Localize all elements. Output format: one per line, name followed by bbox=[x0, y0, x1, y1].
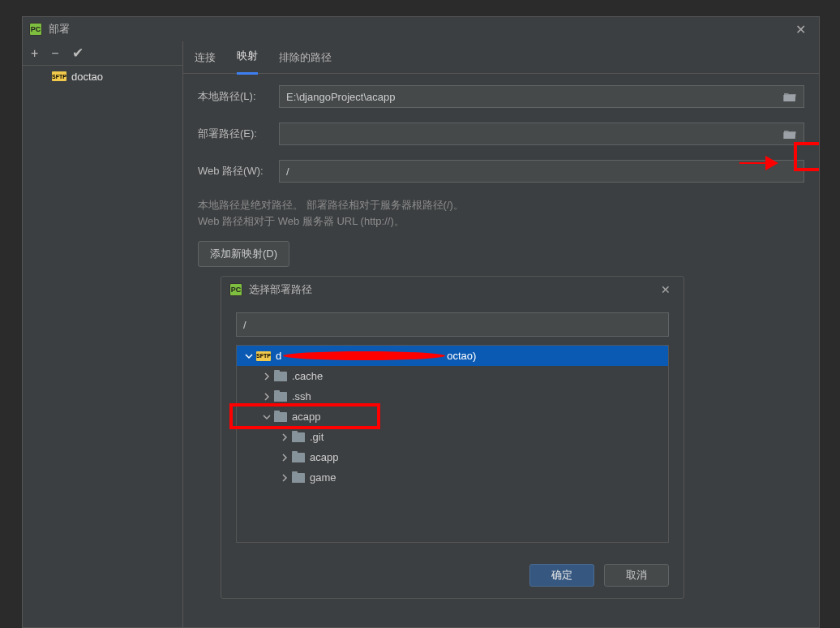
form-area: 本地路径(L): 部署路径(E): bbox=[183, 74, 819, 278]
dialog-close-icon[interactable]: ✕ bbox=[656, 282, 675, 298]
local-path-input-wrap bbox=[279, 85, 804, 108]
tab-excluded[interactable]: 排除的路径 bbox=[279, 41, 332, 74]
chevron-down-icon[interactable] bbox=[259, 413, 274, 421]
tree-item-label: acapp bbox=[310, 451, 338, 463]
tree-item-label: game bbox=[310, 471, 336, 484]
add-icon[interactable]: + bbox=[31, 46, 38, 61]
folder-icon bbox=[274, 392, 287, 402]
tree-item-suffix: octao) bbox=[447, 350, 476, 362]
sftp-icon: SFTP bbox=[256, 351, 271, 361]
tree-row-.cache[interactable]: .cache bbox=[237, 366, 668, 386]
chevron-right-icon[interactable] bbox=[277, 433, 292, 441]
deploy-path-input-wrap bbox=[279, 123, 804, 145]
chevron-right-icon[interactable] bbox=[259, 372, 274, 381]
tree-item-label: .git bbox=[310, 431, 324, 443]
tree-row-.git[interactable]: .git bbox=[237, 427, 668, 447]
browse-local-icon[interactable] bbox=[782, 91, 797, 102]
dialog-titlebar: PC 选择部署路径 ✕ bbox=[221, 277, 684, 303]
web-path-label: Web 路径(W): bbox=[198, 164, 279, 179]
sidebar: + − ✔ SFTP doctao bbox=[23, 41, 183, 627]
ok-button[interactable]: 确定 bbox=[529, 564, 594, 587]
sidebar-item-doctao[interactable]: SFTP doctao bbox=[23, 66, 182, 87]
local-path-label: 本地路径(L): bbox=[198, 89, 279, 104]
titlebar: PC 部署 ✕ bbox=[23, 17, 819, 41]
add-mapping-button[interactable]: 添加新映射(D) bbox=[198, 241, 289, 267]
dialog-path-input[interactable] bbox=[236, 312, 669, 337]
local-path-input[interactable] bbox=[286, 91, 782, 103]
browse-deploy-icon[interactable] bbox=[782, 128, 797, 140]
tree-item-label: .ssh bbox=[292, 390, 311, 402]
tree-item-label: d bbox=[276, 350, 281, 362]
chevron-down-icon[interactable] bbox=[242, 352, 256, 360]
folder-icon bbox=[274, 372, 287, 381]
sidebar-toolbar: + − ✔ bbox=[23, 41, 182, 66]
folder-icon bbox=[292, 432, 305, 442]
chevron-right-icon[interactable] bbox=[277, 454, 292, 462]
tree-row-game[interactable]: game bbox=[237, 467, 668, 488]
web-path-input-wrap bbox=[279, 160, 804, 183]
tabs: 连接 映射 排除的路径 bbox=[183, 41, 819, 74]
check-icon[interactable]: ✔ bbox=[72, 45, 84, 62]
deploy-path-input[interactable] bbox=[286, 128, 782, 140]
web-path-input[interactable] bbox=[286, 166, 797, 178]
folder-icon bbox=[292, 473, 305, 483]
cancel-button[interactable]: 取消 bbox=[604, 564, 669, 587]
dialog-buttons: 确定 取消 bbox=[221, 553, 684, 598]
chevron-right-icon[interactable] bbox=[277, 474, 292, 482]
pycharm-icon: PC bbox=[229, 283, 242, 296]
remove-icon[interactable]: − bbox=[51, 46, 58, 61]
info-text: 本地路径是绝对路径。 部署路径相对于服务器根路径(/)。 Web 路径相对于 W… bbox=[198, 197, 804, 230]
tab-connect[interactable]: 连接 bbox=[195, 41, 216, 74]
window-title: 部署 bbox=[49, 22, 70, 37]
tree-row-.ssh[interactable]: .ssh bbox=[237, 386, 668, 406]
select-deploy-path-dialog: PC 选择部署路径 ✕ SFTPdoctao).cache.sshacapp.g… bbox=[221, 276, 684, 599]
chevron-right-icon[interactable] bbox=[259, 393, 274, 401]
tree-item-label: acapp bbox=[292, 411, 320, 423]
folder-icon bbox=[274, 412, 287, 422]
dialog-title-label: 选择部署路径 bbox=[249, 282, 312, 297]
tab-mapping[interactable]: 映射 bbox=[237, 41, 258, 75]
remote-tree[interactable]: SFTPdoctao).cache.sshacapp.gitacappgame bbox=[236, 345, 669, 543]
close-icon[interactable]: ✕ bbox=[789, 20, 812, 39]
tree-row-d[interactable]: SFTPdoctao) bbox=[237, 346, 668, 366]
folder-icon bbox=[292, 453, 305, 462]
annotation-scribble bbox=[283, 351, 445, 362]
tree-row-acapp[interactable]: acapp bbox=[237, 406, 668, 427]
sftp-icon: SFTP bbox=[52, 71, 66, 81]
tree-item-label: .cache bbox=[292, 370, 323, 382]
pycharm-icon: PC bbox=[29, 23, 42, 36]
deploy-path-label: 部署路径(E): bbox=[198, 127, 279, 141]
sidebar-item-label: doctao bbox=[71, 71, 103, 83]
tree-row-acapp[interactable]: acapp bbox=[237, 447, 668, 467]
